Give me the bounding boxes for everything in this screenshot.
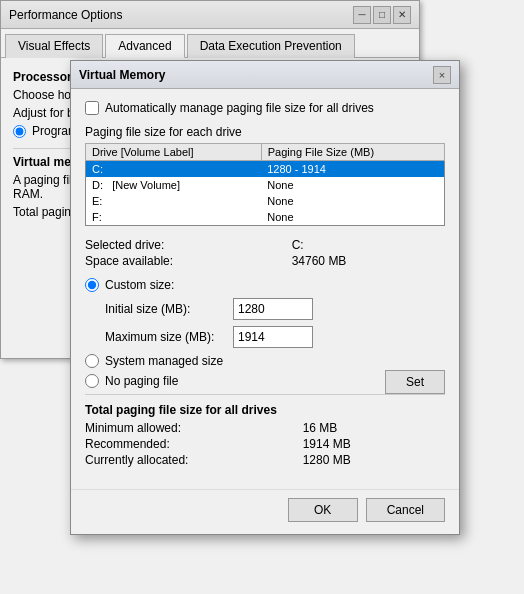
drive-c-size: 1280 - 1914 bbox=[261, 161, 444, 178]
minimize-button[interactable]: ─ bbox=[353, 6, 371, 24]
drive-info-grid: Selected drive: C: Space available: 3476… bbox=[85, 238, 445, 268]
prog-radio[interactable] bbox=[13, 125, 26, 138]
space-available-label: Space available: bbox=[85, 254, 272, 268]
currently-allocated-label: Currently allocated: bbox=[85, 453, 283, 467]
table-row[interactable]: C: 1280 - 1914 bbox=[86, 161, 445, 178]
drive-e-size: None bbox=[261, 193, 444, 209]
selected-drive-label: Selected drive: bbox=[85, 238, 272, 252]
system-managed-row: System managed size bbox=[85, 354, 223, 368]
min-allowed-label: Minimum allowed: bbox=[85, 421, 283, 435]
vm-dialog-title: Virtual Memory bbox=[79, 68, 165, 82]
total-title: Total paging file size for all drives bbox=[85, 403, 445, 417]
tab-visual-effects[interactable]: Visual Effects bbox=[5, 34, 103, 58]
system-set-row: System managed size No paging file Set bbox=[85, 354, 445, 394]
perf-titlebar-controls: ─ □ ✕ bbox=[353, 6, 411, 24]
perf-title: Performance Options bbox=[9, 8, 122, 22]
no-paging-radio[interactable] bbox=[85, 374, 99, 388]
auto-manage-label: Automatically manage paging file size fo… bbox=[105, 101, 374, 115]
paging-label: Paging file size for each drive bbox=[85, 125, 445, 139]
table-row[interactable]: E: None bbox=[86, 193, 445, 209]
virtual-memory-dialog: Virtual Memory × Automatically manage pa… bbox=[70, 60, 460, 535]
perf-tabs: Visual Effects Advanced Data Execution P… bbox=[1, 29, 419, 58]
drive-f-size: None bbox=[261, 209, 444, 226]
vm-titlebar: Virtual Memory × bbox=[71, 61, 459, 89]
max-size-label: Maximum size (MB): bbox=[105, 330, 225, 344]
custom-size-label: Custom size: bbox=[105, 278, 174, 292]
custom-size-radio[interactable] bbox=[85, 278, 99, 292]
table-row[interactable]: F: None bbox=[86, 209, 445, 226]
auto-manage-checkbox[interactable] bbox=[85, 101, 99, 115]
auto-manage-row: Automatically manage paging file size fo… bbox=[85, 101, 445, 115]
no-paging-row: No paging file bbox=[85, 374, 223, 388]
drive-f-label: F: bbox=[86, 209, 262, 226]
drive-d-size: None bbox=[261, 177, 444, 193]
maximize-button[interactable]: □ bbox=[373, 6, 391, 24]
system-managed-label: System managed size bbox=[105, 354, 223, 368]
selected-drive-value: C: bbox=[292, 238, 445, 252]
cancel-button[interactable]: Cancel bbox=[366, 498, 445, 522]
tab-data-execution[interactable]: Data Execution Prevention bbox=[187, 34, 355, 58]
table-row[interactable]: D: [New Volume] None bbox=[86, 177, 445, 193]
currently-allocated-value: 1280 MB bbox=[303, 453, 445, 467]
radio-group: System managed size No paging file bbox=[85, 354, 223, 394]
set-button[interactable]: Set bbox=[385, 370, 445, 394]
recommended-value: 1914 MB bbox=[303, 437, 445, 451]
no-paging-label: No paging file bbox=[105, 374, 178, 388]
tab-advanced[interactable]: Advanced bbox=[105, 34, 184, 58]
vm-footer: OK Cancel bbox=[71, 489, 459, 534]
initial-size-row: Initial size (MB): bbox=[85, 298, 445, 320]
vm-body: Automatically manage paging file size fo… bbox=[71, 89, 459, 489]
drive-c-label: C: bbox=[86, 161, 262, 178]
recommended-label: Recommended: bbox=[85, 437, 283, 451]
custom-size-row: Custom size: bbox=[85, 278, 445, 292]
vm-close-button[interactable]: × bbox=[433, 66, 451, 84]
ok-button[interactable]: OK bbox=[288, 498, 358, 522]
col-size: Paging File Size (MB) bbox=[261, 144, 444, 161]
system-managed-radio[interactable] bbox=[85, 354, 99, 368]
perf-close-button[interactable]: ✕ bbox=[393, 6, 411, 24]
total-section: Total paging file size for all drives Mi… bbox=[85, 394, 445, 467]
perf-titlebar: Performance Options ─ □ ✕ bbox=[1, 1, 419, 29]
initial-size-label: Initial size (MB): bbox=[105, 302, 225, 316]
total-grid: Minimum allowed: 16 MB Recommended: 1914… bbox=[85, 421, 445, 467]
col-drive: Drive [Volume Label] bbox=[86, 144, 262, 161]
drive-d-label: D: [New Volume] bbox=[86, 177, 262, 193]
drive-table: Drive [Volume Label] Paging File Size (M… bbox=[85, 143, 445, 226]
max-size-input[interactable] bbox=[233, 326, 313, 348]
max-size-row: Maximum size (MB): bbox=[85, 326, 445, 348]
initial-size-input[interactable] bbox=[233, 298, 313, 320]
drive-e-label: E: bbox=[86, 193, 262, 209]
space-available-value: 34760 MB bbox=[292, 254, 445, 268]
min-allowed-value: 16 MB bbox=[303, 421, 445, 435]
